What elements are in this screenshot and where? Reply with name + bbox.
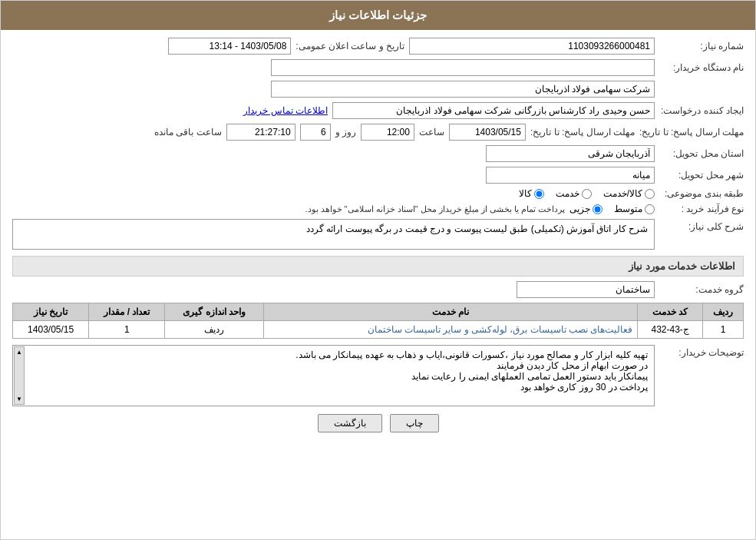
scroll-down-arrow[interactable]: ▼ (15, 394, 24, 404)
cell-radif: 1 (703, 321, 744, 339)
gorohe-label: گروه خدمت: (659, 284, 744, 295)
page-header: جزئیات اطلاعات نیاز (1, 1, 755, 30)
roz-input[interactable] (300, 124, 331, 141)
tarikh-label: تاریخ و ساعت اعلان عمومی: (295, 41, 404, 51)
sharh-label: شرح کلی نیاز: (659, 219, 744, 232)
now-row: نوع فرآیند خرید : متوسط جزیی پرداخت تمام… (12, 204, 744, 214)
sazman-row (12, 81, 744, 98)
mohlat-label: مهلت ارسال پاسخ: تا تاریخ: (639, 127, 744, 137)
kala-label: کالا (519, 188, 532, 199)
radio-kala-khedmat[interactable]: کالا/خدمت (603, 188, 655, 199)
shahr-row: شهر محل تحویل: (12, 167, 744, 184)
now-text: پرداخت تمام یا بخشی از مبلغ خریداز محل "… (305, 204, 565, 214)
ijad-input[interactable] (332, 102, 655, 119)
tozih-container: تهیه کلیه ابزار کار و مصالح مورد نیاز ،ک… (12, 345, 655, 406)
tarikh-input[interactable] (168, 38, 291, 55)
chap-button[interactable]: چاپ (390, 414, 439, 432)
service-section-header: اطلاعات خدمات مورد نیاز (12, 256, 744, 277)
mohlat-row: مهلت ارسال پاسخ: تا تاریخ: مهلت ارسال پا… (12, 124, 744, 141)
sharh-text: شرح کار اتاق آموزش (تکمیلی) طبق لیست پیو… (306, 224, 648, 234)
ijad-label: ایجاد کننده درخواست: (659, 105, 744, 116)
tozih-label: توضیحات خریدار: (659, 345, 744, 358)
now-label: نوع فرآیند خرید : (659, 204, 744, 214)
dastgah-input[interactable] (271, 59, 655, 76)
table-body: 1 ج-43-432 فعالیت‌های نصب تاسیسات برق، ل… (13, 321, 744, 339)
radio-jozi[interactable]: جزیی (569, 204, 602, 214)
shomara-label: شماره نیاز: (659, 41, 744, 51)
tozih-line-1: تهیه کلیه ابزار کار و مصالح مورد نیاز ،ک… (28, 350, 648, 360)
ostan-label: استان محل تحویل: (659, 148, 744, 159)
radio-motovaset[interactable]: متوسط (614, 204, 655, 214)
kala-khedmat-label: کالا/خدمت (603, 188, 642, 199)
shomara-row: شماره نیاز: تاریخ و ساعت اعلان عمومی: (12, 38, 744, 55)
cell-name: فعالیت‌های نصب تاسیسات برق، لوله‌کشی و س… (264, 321, 638, 339)
ijad-row: ایجاد کننده درخواست: اطلاعات تماس خریدار (12, 102, 744, 119)
motovaset-label: متوسط (614, 204, 642, 214)
radio-kala[interactable]: کالا (519, 188, 544, 199)
scroll-up-arrow[interactable]: ▲ (15, 347, 24, 357)
cell-count: 1 (89, 321, 165, 339)
col-count: تعداد / مقدار (89, 303, 165, 321)
table-header: ردیف کد خدمت نام خدمت واحد اندازه گیری ت… (13, 303, 744, 321)
sharh-row: شرح کلی نیاز: شرح کار اتاق آموزش (تکمیلی… (12, 219, 744, 250)
tabaqe-radio-group: کالا/خدمت خدمت کالا (519, 188, 655, 199)
col-name: نام خدمت (264, 303, 638, 321)
tabaqe-label: طبقه بندی موضوعی: (659, 188, 744, 199)
time-input[interactable] (226, 124, 295, 141)
roz-label: روز و (335, 127, 356, 137)
radio-khedmat[interactable]: خدمت (556, 188, 592, 199)
saat-input[interactable] (361, 124, 414, 141)
sazman-input[interactable] (271, 81, 655, 98)
col-radif: ردیف (703, 303, 744, 321)
shahr-input[interactable] (486, 167, 655, 184)
bazgasht-button[interactable]: بازگشت (318, 414, 382, 432)
cell-code: ج-43-432 (638, 321, 703, 339)
tozih-line-3: پیمانکار باید دستور العمل تمامی العملهای… (28, 371, 648, 382)
col-date: تاریخ نیاز (13, 303, 89, 321)
tozih-line-2: در صورت ابهام از محل کار دیدن فرمایند (28, 360, 648, 371)
shahr-label: شهر محل تحویل: (659, 170, 744, 181)
col-unit: واحد اندازه گیری (165, 303, 264, 321)
saat-label: ساعت (419, 127, 444, 137)
tozih-box: تهیه کلیه ابزار کار و مصالح مورد نیاز ،ک… (12, 345, 655, 406)
table-row: 1 ج-43-432 فعالیت‌های نصب تاسیسات برق، ل… (13, 321, 744, 339)
gorohe-row: گروه خدمت: (12, 281, 744, 298)
khedmat-label: خدمت (556, 188, 579, 199)
page-title: جزئیات اطلاعات نیاز (329, 8, 427, 22)
shomara-input[interactable] (409, 38, 655, 55)
radio-jozi-input[interactable] (593, 204, 602, 214)
tozih-row: توضیحات خریدار: تهیه کلیه ابزار کار و مص… (12, 345, 744, 406)
radio-motovaset-input[interactable] (645, 204, 655, 214)
jozi-label: جزیی (569, 204, 590, 214)
ostan-input[interactable] (486, 145, 655, 162)
scrollbar[interactable]: ▲ ▼ (14, 346, 25, 405)
dastgah-label: نام دستگاه خریدار: (659, 62, 744, 73)
dastgah-row: نام دستگاه خریدار: (12, 59, 744, 76)
sharh-box: شرح کار اتاق آموزش (تکمیلی) طبق لیست پیو… (12, 219, 655, 250)
now-radio-group: متوسط جزیی (569, 204, 655, 214)
cell-date: 1403/05/15 (13, 321, 89, 339)
service-table: ردیف کد خدمت نام خدمت واحد اندازه گیری ت… (12, 303, 744, 339)
btn-row: چاپ بازگشت (12, 414, 744, 432)
gorohe-input[interactable] (517, 281, 655, 298)
tozih-line-4: پرداخت در 30 روز کاری خواهد بود (28, 382, 648, 393)
mohlat-date-input[interactable] (449, 124, 526, 141)
ostan-row: استان محل تحویل: (12, 145, 744, 162)
tabaqe-row: طبقه بندی موضوعی: کالا/خدمت خدمت کالا (12, 188, 744, 199)
remaining-label: ساعت باقی مانده (154, 127, 222, 137)
etelaat-link[interactable]: اطلاعات تماس خریدار (243, 105, 328, 116)
mohlat-label2: مهلت ارسال پاسخ: تا تاریخ: (530, 127, 635, 137)
main-content: شماره نیاز: تاریخ و ساعت اعلان عمومی: نا… (1, 30, 755, 448)
col-code: کد خدمت (638, 303, 703, 321)
radio-khedmat-input[interactable] (582, 189, 592, 199)
radio-kala-khedmat-input[interactable] (645, 189, 655, 199)
radio-kala-input[interactable] (534, 189, 544, 199)
service-section-label: اطلاعات خدمات مورد نیاز (629, 260, 735, 272)
page-wrapper: جزئیات اطلاعات نیاز شماره نیاز: تاریخ و … (0, 0, 756, 540)
cell-unit: ردیف (165, 321, 264, 339)
